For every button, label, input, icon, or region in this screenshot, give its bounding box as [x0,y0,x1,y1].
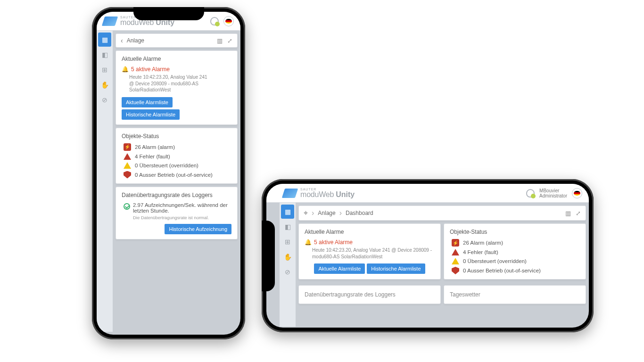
content-area: ⌖ › Anlage › Dashboard ▥ ⤢ Aktuelle Alar… [296,203,589,327]
breadcrumb-dashboard[interactable]: Dashboard [346,210,373,216]
card-logger-title: Datenübertragungsrate des Loggers [122,192,231,198]
breadcrumb: ⌖ › Anlage › Dashboard ▥ ⤢ [298,206,586,221]
card-alarms: Aktuelle Alarme 🔔 5 aktive Alarme Heute … [116,50,238,125]
brand-logo-icon [102,16,118,26]
logger-note: Die Datenübertragungsrate ist normal. [122,215,231,220]
breadcrumb-back-icon[interactable]: ‹ [121,37,123,44]
fault-badge-icon [452,249,459,255]
rail-item-2-icon[interactable]: ◧ [281,220,294,234]
logger-rate-text: 2.97 Aufzeichnungen/Sek. während der let… [133,202,231,214]
rail-item-tree-icon[interactable]: ⊞ [98,63,111,77]
btn-history-alarms[interactable]: Historische Alarmliste [122,109,180,120]
alarm-detail-l3: SolarRadiationWest [122,87,231,93]
status-alarm-text: 26 Alarm (alarm) [463,240,503,246]
override-badge-icon [124,162,131,169]
alarm-badge-icon: ⚡ [452,239,459,247]
rail-item-hand-icon[interactable]: ✋ [98,78,111,92]
card-status: Objekte-Status ⚡26 Alarm (alarm) 4 Fehle… [116,128,238,184]
card-status: Objekte-Status ⚡26 Alarm (alarm) 4 Fehle… [444,223,586,280]
alarm-badge-icon: ⚡ [124,143,131,151]
status-oos-text: 0 Ausser Betrieb (out-of-service) [463,268,541,273]
card-status-title: Objekte-Status [122,133,231,140]
alarm-detail-l1: Heute 10:42:23.20, Analog Value 241 [122,74,231,81]
oos-badge-icon [452,267,459,274]
bell-alert-icon: 🔔 [122,66,129,73]
card-alarms-title: Aktuelle Alarme [122,56,231,62]
phone-notch [262,221,275,291]
breadcrumb-action-grid-icon[interactable]: ▥ [565,210,571,217]
status-fault-text: 4 Fehler (fault) [135,154,170,159]
app-header: SAUTER moduWeb Unity MBouvier Administra… [266,184,589,203]
language-flag-icon[interactable] [572,188,582,198]
check-ok-icon [124,203,130,210]
alarm-detail: Heute 10:42:23.20, Analog Value 241 @ De… [305,247,435,260]
card-alarms: Aktuelle Alarme 🔔 5 aktive Alarme Heute … [298,223,441,280]
brand-block: SAUTER moduWeb Unity [300,188,355,198]
card-logger: Datenübertragungsrate des Loggers 2.97 A… [116,187,238,239]
notifications-bell-icon[interactable] [526,189,535,197]
rail-item-disabled-icon[interactable]: ⊘ [98,93,111,107]
oos-badge-icon [124,171,131,179]
brand-name: Unity [336,191,355,198]
status-override-text: 0 Übersteuert (overridden) [463,258,527,264]
side-rail: ▦ ◧ ⊞ ✋ ⊘ [97,31,113,332]
location-pin-icon[interactable]: ⌖ [304,209,308,217]
card-weather-title: Tageswetter [450,290,580,299]
rail-item-dashboard-icon[interactable]: ▦ [281,205,294,219]
phone-notch [133,7,204,20]
btn-history-alarms[interactable]: Historische Alarmliste [367,263,425,274]
phone-mock-portrait: SAUTER moduWeb Unity ▦ ◧ ⊞ ✋ ⊘ [92,7,245,339]
user-role: Administrator [539,193,567,198]
breadcrumb-action-expand-icon[interactable]: ⤢ [227,37,232,44]
card-alarms-title: Aktuelle Alarme [305,229,435,235]
status-oos-text: 0 Ausser Betrieb (out-of-service) [135,172,213,178]
btn-history-record[interactable]: Historische Aufzeichnung [165,224,231,234]
brand-logo-icon [282,189,298,198]
override-badge-icon [452,258,459,264]
rail-item-disabled-icon[interactable]: ⊘ [281,265,294,279]
rail-item-tree-icon[interactable]: ⊞ [281,235,294,249]
language-flag-icon[interactable] [223,16,234,26]
alarm-headline: 5 aktive Alarme [314,239,353,246]
breadcrumb-action-grid-icon[interactable]: ▥ [217,37,223,44]
btn-current-alarms[interactable]: Aktuelle Alarmliste [122,97,173,107]
side-rail: ▦ ◧ ⊞ ✋ ⊘ [280,203,296,327]
breadcrumb: ‹ Anlage ▥ ⤢ [116,33,238,48]
card-logger-title: Datenübertragungsrate des Loggers [305,290,435,299]
status-fault-text: 4 Fehler (fault) [463,249,498,255]
rail-item-2-icon[interactable]: ◧ [98,48,111,62]
btn-current-alarms[interactable]: Aktuelle Alarmliste [314,263,365,274]
breadcrumb-anlage[interactable]: Anlage [318,210,335,216]
rail-item-hand-icon[interactable]: ✋ [281,250,294,264]
alarm-headline: 5 aktive Alarme [131,66,170,73]
bell-alert-icon: 🔔 [305,239,312,246]
breadcrumb-text[interactable]: Anlage [127,37,213,44]
rail-item-dashboard-icon[interactable]: ▦ [98,33,111,47]
alarm-detail-l2: @ Device 208009 - modu680-AS [122,81,231,87]
card-status-title: Objekte-Status [450,229,580,235]
status-alarm-text: 26 Alarm (alarm) [135,144,175,150]
card-logger-cut: Datenübertragungsrate des Loggers [298,285,441,304]
user-name: MBouvier [539,188,567,193]
breadcrumb-action-expand-icon[interactable]: ⤢ [576,210,581,217]
card-weather-cut: Tageswetter [444,285,586,304]
notifications-bell-icon[interactable] [210,17,219,25]
content-area: ‹ Anlage ▥ ⤢ Aktuelle Alarme 🔔 5 aktive … [113,31,240,332]
fault-badge-icon [124,153,131,160]
phone-mock-landscape: SAUTER moduWeb Unity MBouvier Administra… [262,179,594,332]
status-override-text: 0 Übersteuert (overridden) [135,163,198,168]
user-block[interactable]: MBouvier Administrator [539,188,567,198]
brand-prefix: moduWeb [300,191,334,198]
